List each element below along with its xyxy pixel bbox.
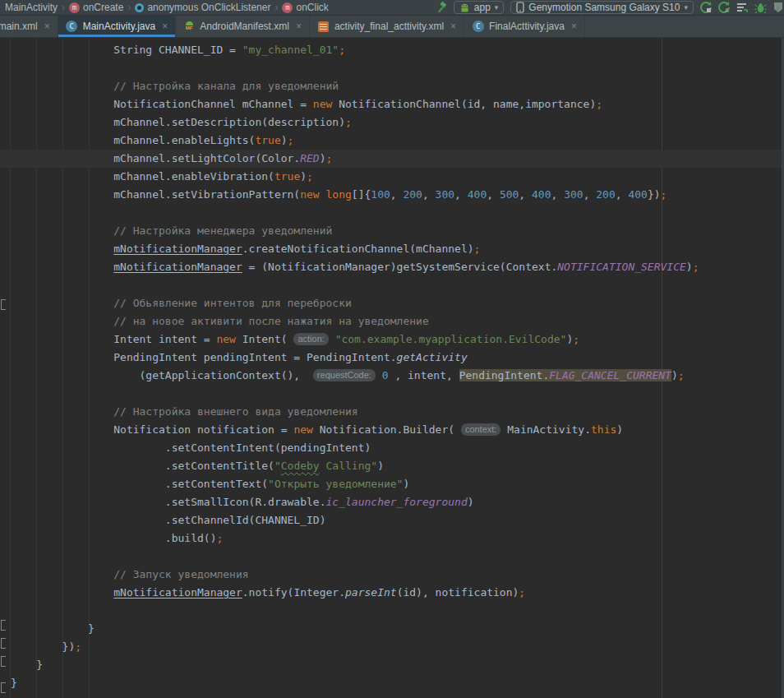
breadcrumb-item-class[interactable]: MainActivity <box>3 2 59 13</box>
code-line[interactable]: mNotificationManager = (NotificationMana… <box>0 258 784 276</box>
code-line[interactable]: // на новое активити после нажатия на ув… <box>0 312 784 331</box>
code-line[interactable]: .setContentText("Открыть уведомление") <box>0 475 784 493</box>
breadcrumb-label: anonymous OnClickListener <box>147 2 270 13</box>
close-icon[interactable]: × <box>571 21 577 32</box>
profiler-icon[interactable] <box>733 0 751 15</box>
code-line[interactable]: mNotificationManager.notify(Integer.pars… <box>0 584 784 602</box>
xml-file-icon <box>317 21 330 33</box>
code-line[interactable]: Notification notification = new Notifica… <box>0 421 784 439</box>
breadcrumb-label: onClick <box>296 2 328 13</box>
anonymous-class-icon <box>135 3 144 12</box>
code-line[interactable]: PendingIntent pendingIntent = PendingInt… <box>0 349 784 367</box>
run-configuration-selector[interactable]: app ▾ <box>454 1 505 14</box>
tab-mainactivity-java[interactable]: C MainActivity.java × <box>58 16 177 37</box>
code-line[interactable]: mChannel.enableVibration(true); <box>0 168 784 186</box>
android-icon <box>459 2 470 13</box>
code-line[interactable]: .setChannelId(CHANNEL_ID) <box>0 511 784 529</box>
apply-code-changes-icon[interactable]: A <box>715 0 733 15</box>
breadcrumb-label: MainActivity <box>5 2 58 13</box>
code-line[interactable]: (getApplicationContext(), requestCode: 0… <box>0 367 784 385</box>
manifest-file-icon: MF <box>183 21 195 32</box>
code-line[interactable] <box>0 204 784 222</box>
tab-androidmanifest-xml[interactable]: MF AndroidManifest.xml × <box>176 16 310 37</box>
java-class-icon: C <box>66 21 78 33</box>
code-line[interactable]: // Настройка канала для уведомлений <box>0 77 784 95</box>
code-line[interactable] <box>0 385 784 403</box>
code-line[interactable]: Intent intent = new Intent( action: "com… <box>0 331 784 349</box>
code-line[interactable]: // Настройка менеджера уведомлений <box>0 222 784 240</box>
breadcrumb-separator-icon: › <box>61 2 66 13</box>
editor-tab-bar: ity_main.xml × C MainActivity.java × MF … <box>0 16 784 38</box>
code-line[interactable]: mChannel.setVibrationPattern(new long[]{… <box>0 186 784 204</box>
tab-activity-final-acttivity-xml[interactable]: activity_final_acttivity.xml × <box>310 16 464 37</box>
java-class-icon: C <box>472 21 484 33</box>
tab-finalacttivity-java[interactable]: C FinalActtivity.java × <box>464 16 585 37</box>
device-label: Genymotion Samsung Galaxy S10 <box>528 2 680 13</box>
tab-label: activity_final_acttivity.xml <box>334 21 444 32</box>
tab-label: ity_main.xml <box>0 21 38 32</box>
tab-label: MainActivity.java <box>83 21 155 32</box>
fold-marker[interactable] <box>1 682 6 693</box>
code-line[interactable]: // Обьявление интентов для переброски <box>0 294 784 312</box>
svg-text:A: A <box>725 7 729 13</box>
code-line[interactable]: } <box>0 674 784 692</box>
fold-marker[interactable] <box>1 620 6 631</box>
code-line[interactable] <box>0 548 784 566</box>
editor: String CHANNEL_ID = "my_channel_01"; // … <box>0 38 784 698</box>
breadcrumb-item-oncreate[interactable]: m onCreate <box>67 2 125 13</box>
phone-icon <box>516 2 524 13</box>
apply-changes-restart-icon[interactable] <box>697 0 715 15</box>
attach-debugger-icon[interactable] <box>769 0 784 15</box>
breadcrumb-label: onCreate <box>83 2 123 13</box>
chevron-down-icon: ▾ <box>495 3 499 12</box>
tab-label: AndroidManifest.xml <box>200 21 289 32</box>
fold-marker[interactable] <box>1 638 6 649</box>
method-icon: m <box>282 2 293 13</box>
code-line[interactable]: mChannel.setDescription(description); <box>0 113 784 132</box>
code-line[interactable]: .build(); <box>0 529 784 548</box>
build-hammer-icon[interactable] <box>432 0 450 15</box>
code-line[interactable]: .setSmallIcon(R.drawable.ic_launcher_for… <box>0 493 784 511</box>
code-line[interactable]: } <box>0 656 784 674</box>
fold-marker[interactable] <box>1 299 6 310</box>
breadcrumb-item-anonymous-class[interactable]: anonymous OnClickListener <box>133 2 272 13</box>
breadcrumb-item-onclick[interactable]: m onClick <box>280 2 330 13</box>
close-icon[interactable]: × <box>44 21 50 32</box>
code-line[interactable]: // Настройка внешнего вида уведомления <box>0 403 784 421</box>
code-line[interactable]: .setContentIntent(pendingIntent) <box>0 439 784 457</box>
code-line[interactable]: mChannel.setLightColor(Color.RED); <box>0 150 784 168</box>
code-line[interactable]: mChannel.enableLights(true); <box>0 132 784 150</box>
main-toolbar: MainActivity › m onCreate › anonymous On… <box>0 0 784 16</box>
fold-marker[interactable] <box>1 656 6 667</box>
device-selector[interactable]: Genymotion Samsung Galaxy S10 ▾ <box>510 1 694 14</box>
code-line[interactable] <box>0 276 784 294</box>
code-line[interactable]: } <box>0 620 784 638</box>
breadcrumb-separator-icon: › <box>127 2 131 13</box>
method-icon: m <box>69 2 80 13</box>
code-line[interactable]: String CHANNEL_ID = "my_channel_01"; <box>0 41 784 59</box>
debug-icon[interactable] <box>751 0 769 15</box>
breadcrumb: MainActivity › m onCreate › anonymous On… <box>3 2 330 13</box>
run-config-label: app <box>474 2 491 13</box>
code-line[interactable]: NotificationChannel mChannel = new Notif… <box>0 95 784 113</box>
close-icon[interactable]: × <box>162 21 168 32</box>
tab-activity-main-xml[interactable]: ity_main.xml × <box>0 16 58 37</box>
code-line[interactable] <box>0 602 784 620</box>
close-icon[interactable]: × <box>450 21 456 32</box>
code-line[interactable]: mNotificationManager.createNotificationC… <box>0 240 784 258</box>
chevron-down-icon: ▾ <box>684 3 688 12</box>
tab-label: FinalActtivity.java <box>489 21 565 32</box>
breadcrumb-separator-icon: › <box>274 2 279 13</box>
code-line[interactable] <box>0 59 784 77</box>
code-line[interactable]: .setContentTitle("Codeby Calling") <box>0 457 784 475</box>
code-line[interactable]: }); <box>0 638 784 656</box>
code-line[interactable]: // Запуск уведомления <box>0 566 784 584</box>
code-area: String CHANNEL_ID = "my_channel_01"; // … <box>0 38 784 692</box>
close-icon[interactable]: × <box>296 21 302 32</box>
